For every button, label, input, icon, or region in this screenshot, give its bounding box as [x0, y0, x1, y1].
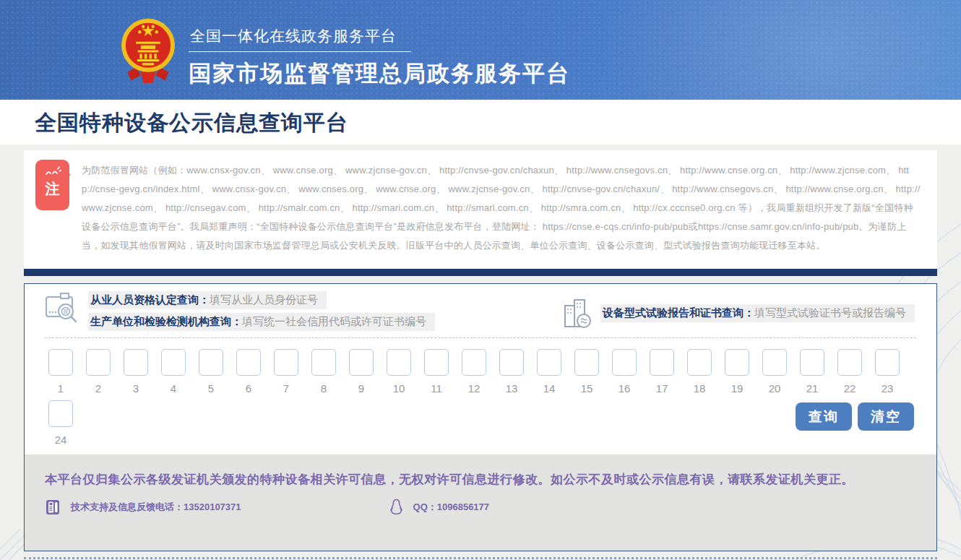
code-cell-number: 24 [48, 434, 73, 446]
hint-lines: 从业人员资格认定查询：填写从业人员身份证号 生产单位和检验检测机构查询：填写统一… [88, 291, 435, 331]
code-cell-input-10[interactable] [387, 349, 411, 376]
code-cell-input-9[interactable] [349, 349, 374, 376]
code-cell-input-2[interactable] [86, 349, 111, 376]
qq-text: QQ：1096856177 [413, 501, 490, 514]
code-cell: 24 [48, 400, 73, 446]
anti-fake-notice-box: 注 为防范假冒网站（例如：www.cnsx-gov.cn、 www.cnse.o… [24, 150, 937, 269]
code-cell-input-7[interactable] [274, 349, 298, 376]
code-cell-input-23[interactable] [875, 349, 900, 376]
code-cell-input-3[interactable] [124, 349, 148, 376]
header-text-block: 全国一体化在线政务服务平台 国家市场监督管理总局政务服务平台 [189, 26, 570, 89]
device-query-hint: 设备型式试验报告和证书查询：填写型式试验证书号或报告编号 [600, 304, 915, 322]
code-cell-input-20[interactable] [762, 349, 787, 376]
code-cell-number: 22 [837, 382, 862, 395]
code-cell: 5 [199, 349, 223, 395]
code-cell-number: 23 [875, 382, 900, 395]
code-cell: 14 [537, 349, 561, 395]
unit-query-value: 填写统一社会信用代码或许可证书编号 [242, 315, 426, 327]
code-cell-number: 17 [650, 382, 674, 395]
bottom-dotted-divider [24, 557, 937, 559]
code-cell-number: 13 [499, 382, 524, 395]
code-cell-input-22[interactable] [837, 349, 862, 376]
query-panel: 从业人员资格认定查询：填写从业人员身份证号 生产单位和检验检测机构查询：填写统一… [24, 283, 937, 551]
code-cell: 23 [875, 349, 900, 395]
code-cell-input-13[interactable] [499, 349, 524, 376]
code-cell-number: 10 [387, 382, 411, 395]
page-title: 全国特种设备公示信息查询平台 [35, 108, 348, 138]
code-cell: 10 [387, 349, 411, 395]
person-query-hint: 从业人员资格认定查询：填写从业人员身份证号 [88, 291, 327, 309]
code-cell: 22 [837, 349, 862, 395]
code-cell-input-12[interactable] [462, 349, 486, 376]
code-cell: 9 [349, 349, 374, 395]
code-cell-input-11[interactable] [424, 349, 449, 376]
code-cell-input-6[interactable] [236, 349, 261, 376]
code-cell: 12 [462, 349, 486, 395]
code-cell: 8 [311, 349, 336, 395]
code-cell-number: 4 [161, 382, 186, 395]
code-cell-input-19[interactable] [725, 349, 749, 376]
code-cell-input-18[interactable] [687, 349, 712, 376]
code-cell-number: 3 [124, 382, 148, 395]
code-cell-input-1[interactable] [48, 349, 73, 376]
national-emblem-logo [118, 17, 178, 87]
building-certificate-icon [563, 297, 592, 329]
code-cell-number: 8 [311, 382, 336, 395]
code-cell-number: 21 [800, 382, 824, 395]
code-cell-number: 15 [574, 382, 599, 395]
code-cell-number: 2 [86, 382, 111, 395]
device-query-label: 设备型式试验报告和证书查询： [603, 306, 754, 319]
alert-face-icon [44, 166, 61, 177]
page-title-band: 全国特种设备公示信息查询平台 [0, 100, 961, 145]
clear-button[interactable]: 清空 [858, 402, 914, 431]
site-header: 全国一体化在线政务服务平台 国家市场监督管理总局政务服务平台 [0, 0, 961, 100]
code-cell-number: 1 [48, 382, 73, 395]
search-button[interactable]: 查询 [796, 402, 852, 431]
code-cell-input-16[interactable] [612, 349, 637, 376]
notice-badge-icon: 注 [35, 160, 69, 210]
code-cell-input-24[interactable] [48, 400, 73, 427]
action-buttons: 查询 清空 [796, 402, 914, 431]
code-cell: 15 [574, 349, 599, 395]
device-query-value: 填写型式试验证书号或报告编号 [754, 306, 906, 319]
fax-phone-icon [45, 499, 61, 515]
code-cell: 2 [86, 349, 111, 395]
code-cell-number: 5 [199, 382, 223, 395]
code-cell-number: 12 [462, 382, 486, 395]
code-cell: 4 [161, 349, 186, 395]
code-cell: 13 [499, 349, 524, 395]
code-cell: 11 [424, 349, 449, 395]
code-cell-number: 6 [236, 382, 261, 395]
code-cell-input-4[interactable] [161, 349, 186, 376]
disclaimer-text: 本平台仅归集公示各级发证机关颁发的特种设备相关许可信息，无权对许可信息进行修改。… [45, 469, 904, 490]
code-cell-input-17[interactable] [650, 349, 674, 376]
code-cell: 21 [800, 349, 824, 395]
code-cell-number: 9 [349, 382, 374, 395]
unit-query-hint: 生产单位和检验检测机构查询：填写统一社会信用代码或许可证书编号 [88, 313, 435, 331]
code-cell-input-15[interactable] [574, 349, 599, 376]
code-cell-number: 18 [687, 382, 712, 395]
code-cell: 3 [124, 349, 148, 395]
person-query-label: 从业人员资格认定查询： [90, 293, 210, 306]
header-title: 国家市场监督管理总局政务服务平台 [189, 59, 570, 89]
code-cell: 18 [687, 349, 712, 395]
code-cell-input-14[interactable] [537, 349, 561, 376]
code-cell-input-8[interactable] [311, 349, 336, 376]
id-card-search-icon [45, 291, 79, 324]
code-cell-number: 7 [274, 382, 298, 395]
code-cell: 1 [48, 349, 73, 395]
device-query-hints: 设备型式试验报告和证书查询：填写型式试验证书号或报告编号 [563, 297, 915, 329]
code-cell: 6 [236, 349, 261, 395]
code-cell-input-21[interactable] [800, 349, 824, 376]
notice-text: 为防范假冒网站（例如：www.cnsx-gov.cn、 www.cnse.org… [82, 161, 921, 255]
header-subtitle: 全国一体化在线政务服务平台 [189, 26, 411, 52]
code-cell-input-5[interactable] [199, 349, 223, 376]
code-cell-number: 16 [612, 382, 637, 395]
person-unit-query-hints: 从业人员资格认定查询：填写从业人员身份证号 生产单位和检验检测机构查询：填写统一… [45, 291, 435, 331]
code-cell-number: 11 [424, 382, 449, 395]
page-root: 全国一体化在线政务服务平台 国家市场监督管理总局政务服务平台 全国特种设备公示信… [0, 0, 961, 560]
qq-penguin-icon [389, 499, 403, 515]
code-cell-grid: 123456789101112131415161718192021222324 [48, 349, 915, 452]
person-query-value: 填写从业人员身份证号 [210, 293, 318, 306]
code-cell: 17 [650, 349, 674, 395]
